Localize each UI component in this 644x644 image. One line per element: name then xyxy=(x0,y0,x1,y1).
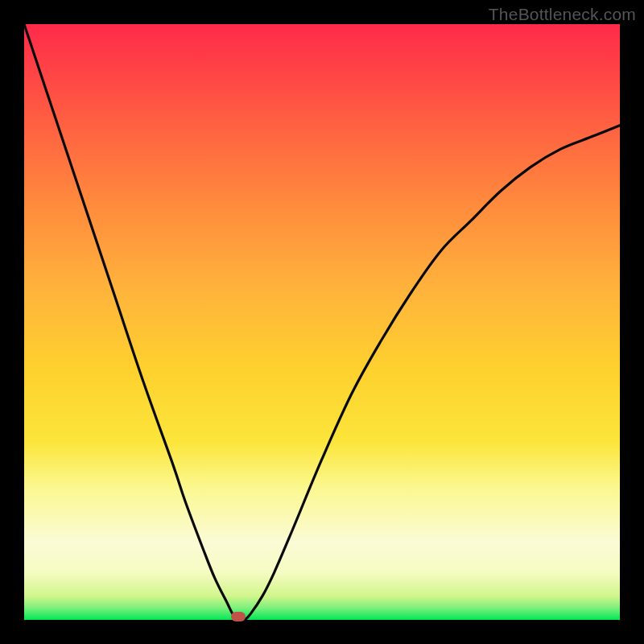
watermark-text: TheBottleneck.com xyxy=(489,5,636,24)
optimum-marker xyxy=(231,612,246,621)
bottleneck-curve-path xyxy=(24,24,620,620)
chart-plot-area xyxy=(24,24,620,620)
curve-svg xyxy=(24,24,620,620)
